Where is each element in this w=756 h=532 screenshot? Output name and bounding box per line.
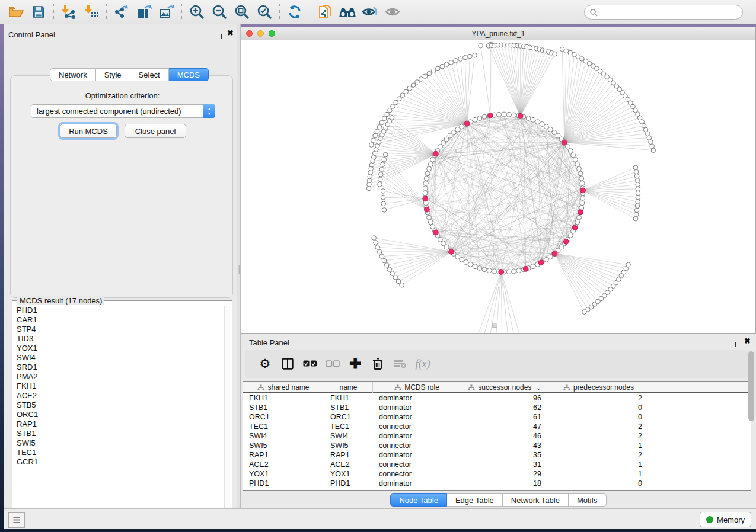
network-node[interactable] — [512, 113, 516, 117]
result-node-item[interactable]: ACE2 — [13, 391, 224, 400]
network-node[interactable] — [544, 257, 548, 262]
table-cell[interactable]: 18 — [461, 479, 548, 488]
table-cell[interactable]: SWI4 — [243, 431, 324, 441]
table-cell[interactable]: ORC1 — [324, 412, 373, 422]
result-node-item[interactable]: SWI5 — [13, 438, 224, 448]
network-node[interactable] — [423, 181, 428, 185]
leaf-node[interactable] — [379, 172, 384, 177]
network-node[interactable] — [568, 149, 573, 153]
tab-edge-table[interactable]: Edge Table — [447, 493, 503, 507]
leaf-node[interactable] — [651, 148, 656, 153]
table-cell[interactable]: TEC1 — [243, 422, 324, 431]
run-mcds-button[interactable]: Run MCDS — [60, 124, 117, 138]
leaf-node[interactable] — [463, 55, 468, 60]
network-node[interactable] — [482, 267, 487, 272]
network-node[interactable] — [497, 112, 502, 117]
splitter-grip[interactable] — [238, 265, 240, 274]
zoom-in-button[interactable] — [186, 2, 208, 22]
tab-network-table[interactable]: Network Table — [503, 493, 569, 507]
table-cell[interactable]: 31 — [461, 460, 548, 469]
leaf-node[interactable] — [379, 167, 384, 172]
leaf-node[interactable] — [390, 271, 395, 276]
result-node-item[interactable]: STB5 — [13, 400, 224, 410]
leaf-node[interactable] — [400, 93, 405, 98]
leaf-node[interactable] — [473, 53, 477, 57]
leaf-node[interactable] — [391, 104, 395, 109]
leaf-node[interactable] — [384, 263, 389, 268]
mcds-node[interactable] — [423, 196, 428, 201]
network-node[interactable] — [544, 124, 548, 129]
leaf-node[interactable] — [382, 258, 387, 263]
network-node[interactable] — [427, 166, 432, 171]
table-panel-close-button[interactable]: ✖ — [744, 336, 751, 345]
table-scrollbar-thumb[interactable] — [748, 351, 754, 421]
table-row[interactable]: ACE2ACE2connector311 — [243, 460, 751, 469]
leaf-node[interactable] — [378, 177, 382, 182]
result-node-item[interactable]: PMA2 — [13, 372, 224, 382]
tab-mcds[interactable]: MCDS — [169, 68, 209, 81]
table-cell[interactable]: ACE2 — [324, 460, 373, 469]
leaf-node[interactable] — [393, 275, 398, 280]
network-node[interactable] — [506, 112, 511, 117]
close-panel-button[interactable]: Close panel — [125, 124, 186, 138]
table-cell[interactable]: ACE2 — [243, 460, 324, 469]
table-cell[interactable]: 61 — [461, 412, 548, 422]
table-cell[interactable]: PHD1 — [243, 479, 324, 488]
network-node[interactable] — [492, 269, 496, 274]
mcds-node[interactable] — [562, 140, 567, 145]
leaf-node[interactable] — [431, 69, 436, 73]
table-row[interactable]: SWI4SWI4dominator462 — [243, 431, 751, 441]
leaf-node[interactable] — [647, 136, 652, 140]
result-node-item[interactable]: TEC1 — [13, 448, 224, 457]
export-network-button[interactable] — [110, 2, 133, 22]
network-node[interactable] — [531, 264, 535, 269]
memory-button[interactable]: Memory — [700, 512, 751, 527]
table-cell[interactable]: RAP1 — [324, 450, 373, 460]
table-row[interactable]: ORC1ORC1dominator610 — [243, 412, 751, 422]
mcds-node[interactable] — [499, 270, 504, 275]
table-cell[interactable]: dominator — [373, 403, 461, 412]
leaf-node[interactable] — [634, 212, 639, 217]
result-node-item[interactable]: YOX1 — [13, 344, 224, 353]
network-node[interactable] — [477, 265, 482, 270]
table-row[interactable]: FKH1FKH1dominator962 — [243, 393, 751, 403]
network-node[interactable] — [580, 201, 585, 206]
deselect-all-button[interactable] — [321, 354, 344, 374]
network-node[interactable] — [566, 145, 570, 149]
network-node[interactable] — [423, 191, 428, 196]
leaf-node[interactable] — [435, 66, 440, 71]
leaf-node[interactable] — [388, 108, 393, 113]
criterion-dropdown[interactable]: largest connected component (undirected)… — [31, 104, 215, 118]
table-cell[interactable]: 46 — [461, 431, 548, 441]
table-cell[interactable]: STB1 — [243, 403, 324, 412]
search-box[interactable] — [584, 5, 743, 20]
network-node[interactable] — [502, 112, 506, 117]
import-network-button[interactable] — [58, 2, 80, 22]
leaf-node[interactable] — [419, 77, 423, 82]
table-cell[interactable]: 43 — [461, 441, 548, 450]
leaf-node[interactable] — [411, 83, 416, 88]
table-cell[interactable]: 0 — [548, 412, 649, 422]
network-node[interactable] — [430, 225, 435, 229]
leaf-node[interactable] — [381, 162, 385, 167]
tab-network[interactable]: Network — [50, 68, 96, 81]
leaf-node[interactable] — [385, 112, 390, 117]
table-cell[interactable]: 1 — [548, 469, 649, 479]
leaf-node[interactable] — [382, 157, 387, 162]
leaf-node[interactable] — [371, 138, 376, 143]
leaf-node[interactable] — [390, 116, 394, 120]
network-node[interactable] — [512, 269, 516, 274]
table-cell[interactable]: dominator — [373, 431, 461, 441]
network-node[interactable] — [427, 215, 432, 220]
column-header-MCDS-role[interactable]: MCDS role — [373, 382, 461, 393]
table-cell[interactable]: 96 — [461, 393, 548, 403]
table-cell[interactable]: ORC1 — [243, 412, 324, 422]
leaf-node[interactable] — [374, 241, 378, 245]
save-session-button[interactable] — [27, 2, 50, 22]
table-cell[interactable]: FKH1 — [243, 393, 324, 403]
table-cell[interactable]: 2 — [548, 393, 649, 403]
table-cell[interactable]: 35 — [461, 450, 548, 460]
network-node[interactable] — [540, 121, 544, 126]
table-panel-float-button[interactable] — [735, 339, 741, 350]
leaf-node[interactable] — [454, 59, 458, 63]
